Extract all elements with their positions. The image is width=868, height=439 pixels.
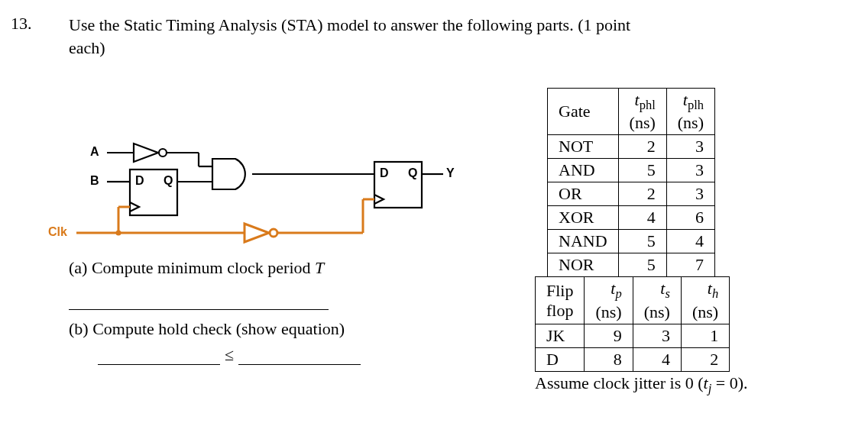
- gate-tphl: 5: [618, 253, 666, 277]
- gate-tphl: 5: [618, 159, 666, 182]
- gate-name: NOT: [548, 135, 619, 159]
- gate-header-tplh: tplh (ns): [666, 89, 714, 135]
- part-b-text: Compute hold check (show equation): [92, 319, 345, 338]
- ff-header-ts-sub: s: [665, 287, 669, 302]
- part-a-text: Compute minimum clock period: [92, 258, 311, 277]
- table-row: AND53: [548, 159, 715, 182]
- ff-header-tp-unit: (ns): [595, 302, 621, 321]
- gate-name: NOR: [548, 253, 619, 277]
- table-row: NOT23: [548, 135, 715, 159]
- gate-header-tphl: tphl (ns): [618, 89, 666, 135]
- gate-name: XOR: [548, 206, 619, 230]
- gate-name: AND: [548, 159, 619, 182]
- svg-point-1: [159, 149, 167, 157]
- ff-header-th: th (ns): [681, 277, 729, 324]
- svg-point-14: [116, 231, 121, 236]
- part-b-rhs-line: [238, 342, 361, 365]
- gate-tplh: 3: [666, 159, 714, 182]
- gate-header-tplh-unit: (ns): [678, 113, 704, 132]
- part-a-symbol: T: [315, 258, 324, 277]
- label-q2: Q: [408, 166, 417, 180]
- question-number: 13.: [11, 14, 32, 34]
- ff-th: 2: [681, 347, 729, 371]
- circuit-diagram: A B Clk D Q D Q Y: [46, 130, 443, 252]
- ff-header-name-l1: Flip: [546, 281, 573, 300]
- ff-name: JK: [536, 324, 585, 347]
- gate-header-tplh-sub: plh: [688, 98, 704, 112]
- gate-tphl: 2: [618, 135, 666, 159]
- gate-name: OR: [548, 182, 619, 206]
- gate-tphl: 5: [618, 230, 666, 253]
- table-row: OR23: [548, 182, 715, 206]
- gate-header-name: Gate: [548, 89, 619, 135]
- ff-ts: 4: [633, 347, 681, 371]
- ff-ts: 3: [633, 324, 681, 347]
- label-q1: Q: [164, 174, 173, 188]
- part-b: (b) Compute hold check (show equation) ≤: [69, 319, 390, 365]
- table-row: JK931: [536, 324, 730, 347]
- tables-area: Gate tphl (ns) tplh (ns) NOT23 AND53 OR2…: [535, 88, 748, 396]
- label-a: A: [90, 145, 99, 159]
- question-line1: Use the Static Timing Analysis (STA) mod…: [69, 15, 630, 34]
- jitter-note-pre: Assume clock jitter is 0 (: [535, 373, 704, 392]
- ff-header-ts-unit: (ns): [644, 302, 670, 321]
- question-text: Use the Static Timing Analysis (STA) mod…: [69, 14, 830, 59]
- ff-header-th-unit: (ns): [692, 302, 718, 321]
- table-row: XOR46: [548, 206, 715, 230]
- gate-header-tphl-unit: (ns): [630, 113, 656, 132]
- ff-header-name-l2: flop: [546, 301, 573, 320]
- ff-th: 1: [681, 324, 729, 347]
- label-d1: D: [135, 174, 144, 188]
- label-clk: Clk: [48, 225, 67, 239]
- part-a-label: (a): [69, 258, 87, 277]
- label-y: Y: [446, 166, 455, 180]
- ff-table-header: Flip flop tp (ns) ts (ns) th (ns): [536, 277, 730, 324]
- jitter-note: Assume clock jitter is 0 (tj = 0).: [535, 373, 748, 396]
- table-row: NAND54: [548, 230, 715, 253]
- part-b-label: (b): [69, 319, 89, 338]
- gate-table-header: Gate tphl (ns) tplh (ns): [548, 89, 715, 135]
- gate-tplh: 6: [666, 206, 714, 230]
- page: 13. Use the Static Timing Analysis (STA)…: [0, 0, 868, 439]
- gate-table: Gate tphl (ns) tplh (ns) NOT23 AND53 OR2…: [547, 88, 715, 277]
- gate-tplh: 3: [666, 135, 714, 159]
- gate-tphl: 2: [618, 182, 666, 206]
- question-line2: each): [69, 38, 105, 57]
- ff-tp: 8: [585, 347, 633, 371]
- ff-header-tp-sub: p: [615, 287, 621, 302]
- jitter-note-post: = 0).: [711, 373, 747, 392]
- gate-tplh: 3: [666, 182, 714, 206]
- part-b-lhs-line: [98, 342, 220, 365]
- table-row: NOR57: [548, 253, 715, 277]
- part-b-relation: ≤: [225, 345, 234, 364]
- part-a-answer-line: [69, 281, 329, 310]
- gate-tplh: 7: [666, 253, 714, 277]
- flipflop-table: Flip flop tp (ns) ts (ns) th (ns) JK931 …: [535, 276, 730, 371]
- circuit-svg: [46, 130, 443, 252]
- ff-header-name: Flip flop: [536, 277, 585, 324]
- label-d2: D: [380, 166, 389, 180]
- ff-header-ts: ts (ns): [633, 277, 681, 324]
- ff-name: D: [536, 347, 585, 371]
- gate-header-tphl-sub: phl: [640, 98, 656, 112]
- label-b: B: [90, 174, 99, 188]
- gate-tplh: 4: [666, 230, 714, 253]
- part-a: (a) Compute minimum clock period T: [69, 258, 329, 310]
- gate-tphl: 4: [618, 206, 666, 230]
- ff-tp: 9: [585, 324, 633, 347]
- svg-point-15: [270, 229, 277, 237]
- table-row: D842: [536, 347, 730, 371]
- gate-name: NAND: [548, 230, 619, 253]
- ff-header-th-sub: h: [712, 287, 718, 302]
- ff-header-tp: tp (ns): [585, 277, 633, 324]
